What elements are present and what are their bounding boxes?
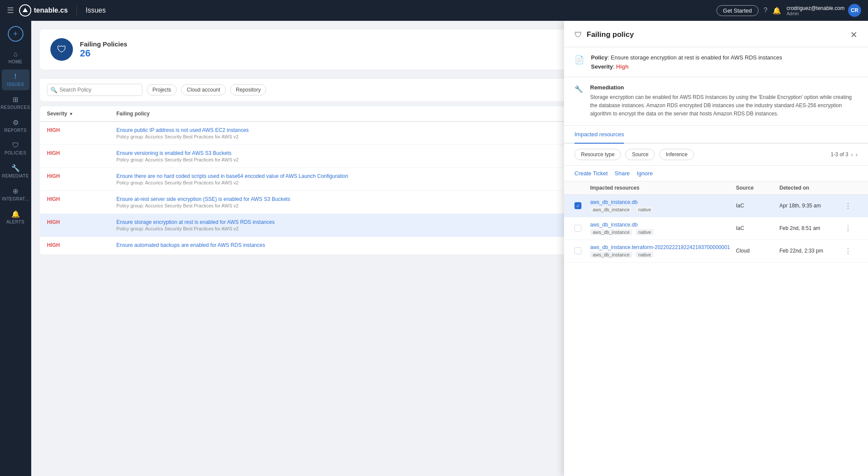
dp-header: 🛡 Failing policy ✕ xyxy=(564,21,868,47)
row-menu-button[interactable]: ⋮ xyxy=(845,224,858,233)
dp-remediation: 🔧 Remediation Storage encryption can be … xyxy=(564,77,868,126)
source-filter-button[interactable]: Source xyxy=(625,149,655,160)
detected-on: Feb 22nd, 2:33 pm xyxy=(779,248,845,254)
resource-tag: native xyxy=(636,229,653,235)
remediation-title: Remediation xyxy=(590,84,858,91)
tab-impacted-resources[interactable]: Impacted resources xyxy=(574,126,624,144)
help-icon[interactable]: ? xyxy=(764,7,768,14)
resource-info: aws_db_instance.db aws_db_instance nativ… xyxy=(590,222,736,235)
shield-icon: 🛡 xyxy=(57,44,66,55)
sort-icon: ▼ xyxy=(69,112,73,116)
resource-tag: native xyxy=(636,207,653,213)
resource-source: IaC xyxy=(736,203,779,209)
sidebar: + ⌂ HOME ! ISSUES ⊞ RESOURCES ⚙ REPORTS … xyxy=(0,21,31,476)
svg-marker-0 xyxy=(23,8,28,12)
policy-label: Policy xyxy=(591,54,607,61)
dp-title: Failing policy xyxy=(587,30,846,39)
source-column-header: Source xyxy=(736,185,779,191)
sidebar-item-reports[interactable]: ⚙ REPORTS xyxy=(2,115,30,136)
resource-checkbox[interactable]: ✓ xyxy=(574,202,581,209)
resource-checkbox[interactable] xyxy=(574,225,581,232)
checkbox-column-header xyxy=(574,185,590,191)
detected-on: Feb 2nd, 8:51 am xyxy=(779,225,845,231)
sidebar-item-policies[interactable]: 🛡 POLICIES xyxy=(2,138,30,159)
next-page-button[interactable]: › xyxy=(855,151,858,158)
severity-value: High xyxy=(616,63,629,70)
inference-filter-button[interactable]: Inference xyxy=(659,149,694,160)
sidebar-label-remediate: REMEDIATE xyxy=(2,174,29,178)
dp-tabs: Impacted resources xyxy=(564,126,868,144)
nav-divider xyxy=(76,5,77,16)
row-menu-button[interactable]: ⋮ xyxy=(845,247,858,255)
projects-filter-button[interactable]: Projects xyxy=(147,84,177,95)
severity-badge: HIGH xyxy=(47,127,116,139)
resource-tags: aws_db_instance native xyxy=(590,229,736,235)
reports-icon: ⚙ xyxy=(13,118,19,127)
policies-icon: 🛡 xyxy=(12,141,19,149)
repository-filter-button[interactable]: Repository xyxy=(230,84,266,95)
search-wrap: 🔍 xyxy=(47,84,142,96)
user-email: crodriguez@tenable.com xyxy=(786,5,845,11)
dp-severity-line: Severity: High xyxy=(591,63,782,70)
get-started-button[interactable]: Get Started xyxy=(716,5,758,16)
alerts-icon: 🔔 xyxy=(11,210,20,218)
share-button[interactable]: Share xyxy=(615,170,630,177)
dp-shield-icon: 🛡 xyxy=(574,30,582,39)
issues-icon: ! xyxy=(14,73,17,81)
top-navigation: ☰ tenable.cs Issues Get Started ? 🔔 crod… xyxy=(0,0,868,21)
severity-label: Severity xyxy=(591,63,613,70)
dp-info-content: Policy: Ensure storage encryption at res… xyxy=(591,54,782,70)
resource-row: aws_db_instance.db aws_db_instance nativ… xyxy=(564,217,868,240)
sidebar-label-alerts: ALERTS xyxy=(7,220,25,224)
sidebar-item-home[interactable]: ⌂ HOME xyxy=(2,47,30,68)
sidebar-item-issues[interactable]: ! ISSUES xyxy=(2,69,30,90)
fp-info: Failing Policies 26 xyxy=(80,40,127,59)
resource-name[interactable]: aws_db_instance.db xyxy=(590,222,736,228)
hamburger-menu[interactable]: ☰ xyxy=(7,6,14,15)
prev-page-button[interactable]: ‹ xyxy=(851,151,853,158)
severity-column-header: Severity ▼ xyxy=(47,111,116,117)
wrench-icon: 🔧 xyxy=(574,85,583,118)
sidebar-label-reports: REPORTS xyxy=(4,128,27,133)
ignore-button[interactable]: Ignore xyxy=(637,170,653,177)
resource-source: IaC xyxy=(736,225,779,231)
sidebar-item-remediate[interactable]: 🔧 REMEDIATE xyxy=(2,161,30,182)
severity-badge: HIGH xyxy=(47,219,116,231)
resource-row: aws_db_instance.terraform-20220222192242… xyxy=(564,240,868,263)
pagination: 1-3 of 3 ‹ › xyxy=(831,151,858,158)
fp-count: 26 xyxy=(80,48,127,59)
sidebar-item-resources[interactable]: ⊞ RESOURCES xyxy=(2,92,30,113)
dp-actions: Create Ticket Share Ignore xyxy=(564,166,868,181)
resources-table-header: Impacted resources Source Detected on xyxy=(564,181,868,195)
resource-name[interactable]: aws_db_instance.terraform-20220222192242… xyxy=(590,244,736,250)
dp-policy-line: Policy: Ensure storage encryption at res… xyxy=(591,54,782,61)
user-avatar[interactable]: CR xyxy=(848,4,861,17)
row-menu-button[interactable]: ⋮ xyxy=(845,202,858,210)
resource-name[interactable]: aws_db_instance.db xyxy=(590,199,736,205)
resource-tag: aws_db_instance xyxy=(590,252,632,258)
create-ticket-button[interactable]: Create Ticket xyxy=(574,170,608,177)
resource-type-filter-button[interactable]: Resource type xyxy=(574,149,621,160)
pagination-text: 1-3 of 3 xyxy=(831,151,848,158)
home-icon: ⌂ xyxy=(13,50,18,58)
search-input[interactable] xyxy=(47,84,142,96)
integrations-icon: ⊕ xyxy=(13,187,18,195)
resource-checkbox[interactable] xyxy=(574,247,581,254)
nav-right: Get Started ? 🔔 crodriguez@tenable.com A… xyxy=(716,4,861,17)
sidebar-item-alerts[interactable]: 🔔 ALERTS xyxy=(2,207,30,228)
sidebar-item-integrations[interactable]: ⊕ INTEGRAT... xyxy=(2,184,30,205)
logo-text: tenable.cs xyxy=(34,7,68,14)
add-button[interactable]: + xyxy=(8,26,23,42)
app-logo: tenable.cs xyxy=(19,4,68,16)
cloud-account-filter-button[interactable]: Cloud account xyxy=(181,84,226,95)
sidebar-label-integrations: INTEGRAT... xyxy=(2,197,29,201)
resource-info: aws_db_instance.terraform-20220222192242… xyxy=(590,244,736,258)
close-button[interactable]: ✕ xyxy=(850,30,858,40)
detected-on: Apr 18th, 9:35 am xyxy=(779,203,845,209)
detected-on-column-header: Detected on xyxy=(779,185,845,191)
fp-title: Failing Policies xyxy=(80,40,127,48)
dp-policy-info: 📄 Policy: Ensure storage encryption at r… xyxy=(564,47,868,77)
document-icon: 📄 xyxy=(574,55,584,70)
notifications-icon[interactable]: 🔔 xyxy=(772,7,781,15)
severity-badge: HIGH xyxy=(47,196,116,208)
